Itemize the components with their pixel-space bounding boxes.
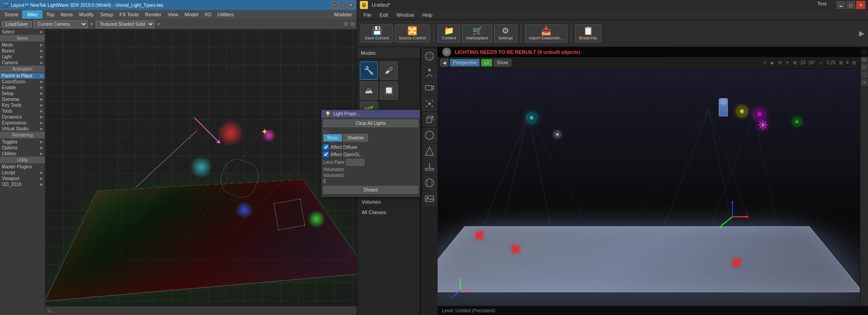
mode-icon-geometry[interactable]: 🔲: [380, 81, 398, 100]
lw-sidebar-coordsysm[interactable]: CoordSysm▶: [0, 79, 45, 85]
lw-sidebar-parent-in-place[interactable]: Parent in Place▶: [0, 73, 45, 79]
affect-opengl-checkbox[interactable]: [323, 152, 329, 157]
vp-toolbar-icon-2[interactable]: ◈: [770, 60, 774, 65]
ue4-content-button[interactable]: 📁 Content: [438, 24, 460, 43]
vp-toolbar-icon-8[interactable]: ⊟: [852, 60, 856, 65]
vp-toolbar-icon-6[interactable]: ↔: [819, 60, 823, 65]
lw-sidebar-od2018[interactable]: OD_2018▶: [0, 181, 45, 187]
lw-menu-setup[interactable]: Setup: [98, 11, 116, 18]
category-all-classes[interactable]: All Classes: [357, 207, 420, 218]
class-icon-particles[interactable]: [422, 96, 437, 111]
class-icon-plane[interactable]: [422, 160, 437, 174]
lw-menu-io[interactable]: I/O: [202, 11, 214, 18]
lw-menu-render[interactable]: Render: [142, 11, 164, 18]
lw-sidebar-tools[interactable]: Tools▶: [0, 108, 45, 114]
lw-menu-fxtools[interactable]: FX Tools: [117, 11, 142, 18]
lw-sidebar-key-tools[interactable]: Key Tools▶: [0, 102, 45, 108]
class-icon-sphere2[interactable]: [422, 128, 437, 143]
lw-menu-modify[interactable]: Modify: [76, 11, 96, 18]
vp-icon-2[interactable]: ⊟: [861, 56, 868, 62]
ue4-menu-file[interactable]: File: [360, 11, 375, 19]
ue4-menu-edit[interactable]: Edit: [376, 11, 392, 19]
lw-light-green: [307, 210, 326, 228]
lw-sidebar-select[interactable]: Select▶: [0, 29, 45, 35]
lw-render-mode-selector[interactable]: Textured Shaded Solid: [96, 20, 155, 28]
lw-window-controls[interactable]: ─ □ ✕: [331, 2, 354, 8]
ue4-close-button[interactable]: ✕: [856, 1, 865, 9]
lw-sidebar-light[interactable]: Light▶: [0, 54, 45, 60]
vp-icon-5[interactable]: ✦: [861, 79, 868, 86]
vp-toolbar-icon-3[interactable]: ⟳: [778, 60, 782, 65]
lw-sidebar-virtual-studio[interactable]: Virtual Studio▶: [0, 126, 45, 132]
ue4-blueprints-button[interactable]: 📋 Blueprints: [575, 24, 601, 43]
mode-icon-landscape[interactable]: ⛰: [360, 81, 378, 100]
lw-close-button[interactable]: ✕: [348, 2, 354, 8]
lw-sidebar-bones[interactable]: Bones▶: [0, 48, 45, 54]
lw-maximize-button[interactable]: □: [340, 2, 346, 8]
ue4-marketplace-button[interactable]: 🛒 Marketplace: [462, 24, 492, 43]
lw-menu-view[interactable]: View: [165, 11, 181, 18]
ue4-menu-help[interactable]: Help: [419, 11, 436, 19]
tab-shadow[interactable]: Shadow: [343, 134, 368, 142]
toolbar-expand-icon[interactable]: ▶: [859, 29, 864, 38]
tab-basic[interactable]: Basic: [323, 134, 342, 142]
lw-sidebar-toggles[interactable]: Toggles▶: [0, 139, 45, 145]
vp-toolbar-icon-1[interactable]: +: [764, 60, 766, 65]
category-volumes[interactable]: Volumes: [357, 197, 420, 207]
ue4-menu-window[interactable]: Window: [393, 11, 418, 19]
viewport-lit-button[interactable]: Lit: [481, 59, 492, 67]
lw-sidebar-utilities[interactable]: Utilities▶: [0, 151, 45, 157]
lw-sidebar-setup[interactable]: Setup▶: [0, 91, 45, 96]
vp-toolbar-icon-5[interactable]: ⊞: [793, 60, 797, 65]
ue4-settings-button[interactable]: ⚙ Settings: [494, 24, 517, 43]
class-icon-sphere[interactable]: [422, 49, 437, 63]
viewport-perspective-button[interactable]: Perspective: [450, 59, 480, 67]
vp-icon-3[interactable]: ⊡: [861, 64, 868, 70]
lw-menu-scene[interactable]: Scene: [2, 11, 21, 18]
lw-load-save-button[interactable]: Load/Save: [2, 21, 32, 28]
class-icon-person[interactable]: [422, 65, 437, 79]
class-icon-cone[interactable]: [422, 144, 437, 158]
class-icon-cube[interactable]: [422, 112, 437, 127]
vp-toolbar-icon-4[interactable]: ↗: [785, 60, 789, 65]
class-icon-sphere3[interactable]: [422, 176, 437, 190]
class-icon-image[interactable]: [422, 191, 437, 206]
ue4-source-control-button[interactable]: 🔀 Source Control: [395, 24, 430, 43]
lw-sidebar-options[interactable]: Options▶: [0, 145, 45, 151]
ue4-save-current-button[interactable]: 💾 Save Current: [361, 24, 393, 43]
lw-sidebar-lscript[interactable]: Lscript▶: [0, 170, 45, 176]
mode-icon-paint[interactable]: 🖌: [380, 62, 398, 80]
lw-camera-selector[interactable]: Current Camera: [33, 20, 88, 28]
lens-flare-input[interactable]: [346, 159, 364, 166]
lw-sidebar-genoma[interactable]: Genoma▶: [0, 96, 45, 102]
lw-menu-model[interactable]: Model: [182, 11, 201, 18]
viewport-show-button[interactable]: Show: [494, 59, 511, 67]
lw-menu-top[interactable]: Top: [43, 11, 57, 18]
svg-line-33: [483, 114, 528, 227]
ue4-import-datasmith-button[interactable]: 📥 Import Datasmith...: [525, 24, 567, 43]
lw-menu-items[interactable]: Items: [58, 11, 75, 18]
lw-sidebar-viewport[interactable]: Viewport▶: [0, 176, 45, 181]
lw-modeler-button[interactable]: Modeler: [331, 11, 355, 18]
ue4-maximize-button[interactable]: ◻: [846, 1, 855, 9]
lw-sidebar-master-plugins[interactable]: Master Plugins○: [0, 164, 45, 170]
lw-sidebar-expressions[interactable]: Expressions▶: [0, 120, 45, 126]
clear-all-lights-button[interactable]: Clear All Lights: [323, 119, 418, 127]
distant-button[interactable]: Distant: [323, 186, 418, 194]
lw-sidebar-dynamics[interactable]: Dynamics▶: [0, 114, 45, 120]
lw-viewport[interactable]: ✦ Li...: [45, 29, 357, 315]
lw-sidebar-mesh[interactable]: Mesh▶: [0, 42, 45, 48]
lw-sidebar-camera[interactable]: Camera▶: [0, 60, 45, 66]
lw-menu-utilities[interactable]: Utilities: [215, 11, 236, 18]
lw-sidebar-enable[interactable]: Enable▶: [0, 85, 45, 91]
mode-icon-select[interactable]: 🔧: [360, 62, 378, 80]
lw-menu-tab-mike[interactable]: Mike: [22, 10, 42, 19]
ue4-minimize-button[interactable]: 🗕: [836, 1, 845, 9]
lw-minimize-button[interactable]: ─: [331, 2, 338, 8]
vp-icon-4[interactable]: ○: [861, 72, 868, 78]
vp-toolbar-icon-7[interactable]: ⊞: [839, 60, 843, 65]
affect-diffuse-checkbox[interactable]: [323, 144, 329, 150]
class-icon-filmcamera[interactable]: [422, 81, 437, 95]
viewport-arrow-left-button[interactable]: ◀: [440, 59, 448, 67]
ue4-viewport[interactable]: LIGHTING NEEDS TO BE REBUILT (9 unbuilt …: [438, 47, 868, 315]
